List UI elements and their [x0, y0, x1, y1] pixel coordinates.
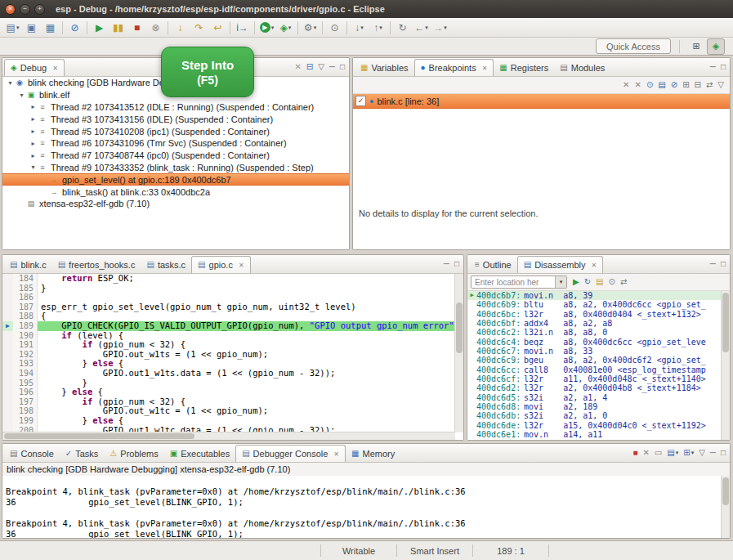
disassembly-row[interactable]: 400dc6cf:l32r a11, 0x400d048c <_stext+11…: [467, 374, 722, 383]
disassembly-row[interactable]: 400dc6e1:mov.n a14, a11: [467, 430, 722, 439]
tab-breakpoints[interactable]: ●Breakpoints✕: [414, 59, 494, 76]
debug-tree-item[interactable]: ▸≡Thread #2 1073413512 (IDLE : Running) …: [2, 101, 349, 114]
collapse-arrow-icon[interactable]: ▾: [6, 79, 15, 87]
resume-button[interactable]: ▶: [90, 20, 109, 36]
location-input[interactable]: Enter location her ▾: [471, 276, 567, 289]
tab-tasks-c[interactable]: ▤tasks.c: [141, 256, 191, 273]
code-line[interactable]: 191 if (gpio_num < 32) {: [2, 340, 455, 350]
maximize-button[interactable]: □: [337, 60, 347, 74]
link-with-debug-view-button[interactable]: ⇄: [704, 78, 715, 92]
minimize-button[interactable]: ─: [708, 60, 718, 74]
debug-tree-item[interactable]: →gpio_set_level() at gpio.c:189 0x400dc6…: [2, 173, 349, 186]
display-selected-console-button[interactable]: ▤▾: [664, 446, 681, 460]
maximize-window-button[interactable]: +: [34, 4, 45, 15]
remove-all-terminated-button[interactable]: ✕: [292, 60, 303, 74]
save-all-button[interactable]: ▦: [41, 20, 60, 36]
breakpoint-checkbox[interactable]: ✓: [355, 96, 366, 106]
refresh-view-button[interactable]: ↻: [582, 275, 593, 289]
previous-annotation-button[interactable]: ↑▾: [369, 20, 387, 36]
step-into-button[interactable]: ↓: [171, 20, 190, 36]
maximize-button[interactable]: □: [718, 257, 728, 271]
skip-all-breakpoints-button[interactable]: ⊘: [668, 78, 680, 92]
show-breakpoints-for-selection-button[interactable]: ⊙: [644, 78, 655, 92]
collapse-arrow-icon[interactable]: ▾: [29, 164, 38, 171]
close-icon[interactable]: ✕: [239, 262, 244, 269]
instruction-stepping-button[interactable]: i→: [233, 20, 252, 36]
view-menu-button[interactable]: ▽: [715, 78, 726, 92]
view-menu-button[interactable]: ▽: [696, 446, 708, 460]
code-line[interactable]: 199 } else {: [2, 416, 455, 426]
minimize-window-button[interactable]: −: [20, 4, 30, 15]
back-button[interactable]: ←▾: [412, 20, 431, 36]
goto-program-counter-button[interactable]: ▶: [570, 275, 582, 289]
dropdown-arrow-icon[interactable]: ▾: [691, 450, 695, 456]
dropdown-arrow-icon[interactable]: ▾: [379, 25, 382, 31]
minimize-button[interactable]: ─: [708, 446, 718, 460]
external-tools-button[interactable]: ⚙▾: [301, 20, 320, 36]
debug-perspective-button[interactable]: ◈: [707, 38, 725, 55]
dropdown-arrow-icon[interactable]: ▾: [425, 25, 428, 31]
terminate-button[interactable]: ■: [127, 20, 146, 36]
minimize-button[interactable]: ─: [708, 257, 718, 271]
close-icon[interactable]: ✕: [592, 262, 597, 269]
debug-tree-item[interactable]: ▾≡Thread #9 1073433352 (blink_task : Run…: [2, 162, 349, 174]
console-content[interactable]: Breakpoint 4, blink_task (pvParameter=0x…: [2, 476, 730, 538]
step-return-button[interactable]: ↩: [208, 20, 227, 36]
code-line[interactable]: 196 } else {: [2, 388, 455, 397]
disassembly-row[interactable]: 400dc6de:l32r a15, 0x400d04c0 <_stext+11…: [467, 421, 722, 430]
minimize-button[interactable]: ─: [327, 60, 337, 74]
editor-horizontal-scrollbar[interactable]: [2, 432, 455, 440]
code-line[interactable]: 184 return ESP_OK;: [2, 274, 455, 284]
tab-freertos-hooks-c[interactable]: ▤freertos_hooks.c: [52, 256, 141, 273]
scrollbar-thumb[interactable]: [722, 293, 729, 352]
disassembly-row[interactable]: 400dc6bf:addx4 a8, a2, a8: [467, 319, 722, 328]
disassembly-row[interactable]: 400dc6d8:movi a2, 189: [467, 402, 722, 411]
last-edit-location-button[interactable]: ↻: [393, 20, 412, 36]
skip-all-breakpoints-button[interactable]: ⊘: [65, 20, 84, 36]
minimize-button[interactable]: ─: [441, 257, 452, 271]
chevron-down-icon[interactable]: ▾: [555, 276, 566, 288]
maximize-button[interactable]: □: [718, 446, 728, 460]
disassembly-row[interactable]: 400dc6c9:bgeu a8, a2, 0x400dc6f2 <gpio_s…: [467, 356, 722, 365]
scrollbar-thumb[interactable]: [722, 477, 729, 505]
tab-gpio-c[interactable]: ▤gpio.c✕: [191, 256, 251, 273]
disassembly-row[interactable]: 400dc6c2:l32i.n a8, a8, 0: [467, 328, 722, 337]
code-line[interactable]: 194 GPIO.out1_w1ts.data = (1 << (gpio_nu…: [2, 369, 455, 379]
disassembly-row[interactable]: 400dc6c4:beqz a8, 0x400dc6cc <gpio_set_l…: [467, 338, 722, 347]
expand-all-button[interactable]: ⊞: [680, 78, 691, 92]
collapse-all-button[interactable]: ⊟: [304, 60, 315, 74]
dropdown-arrow-icon[interactable]: ▾: [444, 25, 447, 31]
open-console-button[interactable]: ⊞▾: [681, 446, 696, 460]
dropdown-arrow-icon[interactable]: ▾: [360, 25, 364, 31]
debug-tree-item[interactable]: ▸≡Thread #6 1073431096 (Tmr Svc) (Suspen…: [2, 137, 349, 150]
debug-tree-item[interactable]: ▸≡Thread #7 1073408744 (ipc0) (Suspended…: [2, 150, 349, 162]
debug-tree-item[interactable]: ▸≡Thread #5 1073410208 (ipc1) (Suspended…: [2, 125, 349, 137]
disassembly-content[interactable]: ▶400dc6b7:movi.n a8, 39 400dc6b9:bltu a8…: [467, 291, 730, 440]
disassembly-row[interactable]: 400dc6d5:s32i a2, a1, 4: [467, 393, 722, 402]
breakpoint-row[interactable]: ✓●blink.c [line: 36]: [353, 94, 730, 109]
debug-tree-item[interactable]: ▤xtensa-esp32-elf-gdb (7.10): [2, 198, 349, 210]
go-to-file-for-breakpoint-button[interactable]: ▤: [655, 78, 668, 92]
disassembly-row[interactable]: 400dc6c7:movi.n a8, 33: [467, 347, 722, 356]
tab-outline[interactable]: ≡Outline: [469, 256, 517, 273]
tab-disassembly[interactable]: ▤Disassembly✕: [517, 256, 604, 273]
new-wizard-button[interactable]: ▤▾: [3, 20, 22, 36]
debug-tree-item[interactable]: →blink_task() at blink.c:33 0x400dbc2a: [2, 186, 349, 198]
remove-all-breakpoints-button[interactable]: ✕: [632, 78, 644, 92]
disassembly-row[interactable]: 400dc6b9:bltu a8, a2, 0x400dc6cc <gpio_s…: [467, 300, 722, 309]
editor-vertical-scrollbar[interactable]: [454, 274, 463, 432]
tab-blink-c[interactable]: ▤blink.c: [4, 256, 52, 273]
close-icon[interactable]: ✕: [482, 65, 488, 72]
disassembly-row[interactable]: 400dc6cc:call8 0x40081e00 <esp_log_times…: [467, 365, 722, 374]
editor-content[interactable]: 184 return ESP_OK; 185} 186 187esp_err_t…: [2, 274, 463, 440]
expand-arrow-icon[interactable]: ▸: [29, 152, 38, 159]
code-line[interactable]: 187esp_err_t gpio_set_level(gpio_num_t g…: [2, 302, 455, 312]
dropdown-arrow-icon[interactable]: ▾: [314, 25, 317, 31]
tab-debugger-console[interactable]: ▤Debugger Console✕: [235, 445, 346, 462]
track-expression-button[interactable]: ⊙: [606, 275, 618, 289]
disassembly-row[interactable]: 400dc6db:s32i a2, a1, 0: [467, 411, 722, 420]
suspend-button[interactable]: ▮▮: [109, 20, 127, 36]
open-perspective-button[interactable]: ⊞: [688, 39, 704, 54]
scrollbar-thumb[interactable]: [4, 433, 194, 439]
disassembly-row[interactable]: ▶400dc6b7:movi.n a8, 39: [467, 291, 722, 300]
